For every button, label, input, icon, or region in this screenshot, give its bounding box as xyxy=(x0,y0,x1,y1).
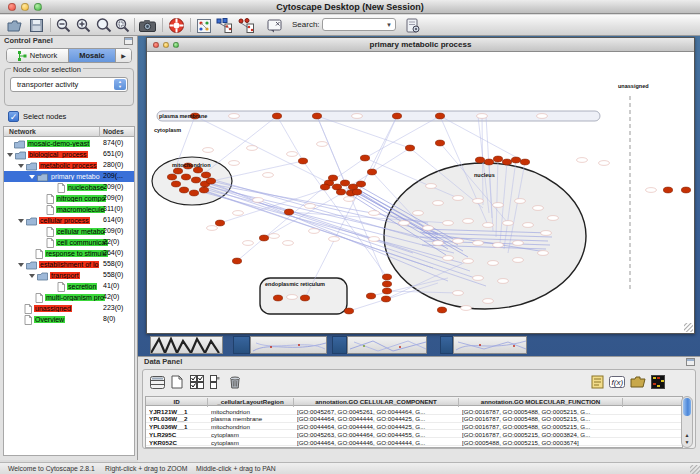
tab-overflow-arrow[interactable]: ▶ xyxy=(116,49,131,62)
graph-node-unselected[interactable] xyxy=(203,148,214,153)
table-scrollbar[interactable]: ▲▼ xyxy=(681,396,693,448)
minimized-window-icon-block[interactable] xyxy=(440,336,453,354)
graph-node-selected[interactable] xyxy=(171,181,180,187)
graph-node-unselected[interactable] xyxy=(541,231,552,236)
minimized-window-thumbnail[interactable] xyxy=(250,336,327,354)
layout-red-icon[interactable] xyxy=(237,17,254,34)
attribute-table[interactable]: ID_cellularLayoutRegionannotation.GO CEL… xyxy=(145,396,683,448)
graph-node-selected[interactable] xyxy=(215,220,224,226)
column-header-id[interactable]: ID xyxy=(146,398,208,407)
graph-node-unselected[interactable] xyxy=(477,114,488,119)
graph-node-unselected[interactable] xyxy=(453,291,464,296)
unselect-all-attributes-icon[interactable] xyxy=(207,374,223,390)
table-row-ypl036w__2[interactable]: YPL036W__2plasma membrane[GO:0044464, GO… xyxy=(146,415,682,423)
tree-row-primary-metabo[interactable]: primary metabo209(... xyxy=(4,171,134,182)
graph-edge[interactable] xyxy=(209,186,413,253)
graph-node-unselected[interactable] xyxy=(243,241,254,246)
table-row-ylr295c[interactable]: YLR295Ccytoplasm[GO:0045263, GO:0044464,… xyxy=(146,430,682,438)
graph-node-unselected[interactable] xyxy=(369,237,380,242)
attribute-table-header[interactable]: ID_cellularLayoutRegionannotation.GO CEL… xyxy=(146,397,682,406)
graph-node-unselected[interactable] xyxy=(253,198,264,203)
table-row-ypl036w__1[interactable]: YPL036W__1mitochondrion[GO:0044464, GO:0… xyxy=(146,423,682,431)
tree-row-nucleobase-[interactable]: nucleobase-209(0) xyxy=(4,182,134,193)
float-panel-icon[interactable] xyxy=(686,358,695,366)
graph-node-unselected[interactable] xyxy=(269,234,280,239)
graph-node-unselected[interactable] xyxy=(443,221,454,226)
help-lifering-icon[interactable] xyxy=(168,17,185,34)
graph-node-selected[interactable] xyxy=(663,187,672,193)
graph-node-unselected[interactable] xyxy=(352,114,363,119)
attribute-notes-icon[interactable] xyxy=(589,374,605,390)
graph-node-selected[interactable] xyxy=(232,258,241,264)
graph-node-unselected[interactable] xyxy=(537,114,548,119)
graph-node-selected[interactable] xyxy=(520,159,529,165)
graph-node-selected[interactable] xyxy=(493,156,502,162)
graph-node-unselected[interactable] xyxy=(548,216,559,221)
minimized-window-icon-block[interactable] xyxy=(233,336,250,354)
graph-edge[interactable] xyxy=(237,183,329,261)
network-window-titlebar[interactable]: primary metabolic process xyxy=(147,38,694,52)
app-resize-grip[interactable] xyxy=(690,465,700,474)
column-header-cellular-component[interactable]: annotation.GO CELLULAR_COMPONENT xyxy=(294,398,459,407)
zoom-fit-icon[interactable] xyxy=(95,17,112,34)
tree-row-metabolic-process[interactable]: metabolic process280(0) xyxy=(4,160,134,171)
search-dropdown-arrow-icon[interactable]: ▼ xyxy=(386,22,392,28)
graph-node-selected[interactable] xyxy=(259,235,268,241)
attribute-select-icon[interactable] xyxy=(149,374,165,390)
tree-row-nitrogen-compo[interactable]: nitrogen compo209(0) xyxy=(4,193,134,204)
graph-node-selected[interactable] xyxy=(435,140,444,146)
new-attribute-icon[interactable] xyxy=(169,374,185,390)
graph-node-unselected[interactable] xyxy=(453,239,464,244)
snapshot-camera-icon[interactable] xyxy=(139,17,156,34)
open-folder-icon[interactable] xyxy=(6,17,23,34)
column-header-molecular-function[interactable]: annotation.GO MOLECULAR_FUNCTION xyxy=(459,398,623,407)
graph-node-selected[interactable] xyxy=(179,187,188,193)
graph-node-selected[interactable] xyxy=(328,175,337,181)
node-color-dropdown[interactable]: transporter activity ▲▼ xyxy=(10,77,128,92)
graph-node-selected[interactable] xyxy=(189,190,198,196)
graph-node-selected[interactable] xyxy=(381,296,390,302)
graph-node-selected[interactable] xyxy=(681,187,690,193)
zoom-out-icon[interactable] xyxy=(55,17,72,34)
graph-node-unselected[interactable] xyxy=(483,299,494,304)
graph-node-unselected[interactable] xyxy=(473,241,484,246)
graph-node-selected[interactable] xyxy=(392,113,401,119)
graph-node-selected[interactable] xyxy=(437,307,446,313)
graph-node-unselected[interactable] xyxy=(513,258,524,263)
graph-node-selected[interactable] xyxy=(344,308,353,314)
graph-node-unselected[interactable] xyxy=(317,142,328,147)
graph-node-selected[interactable] xyxy=(484,159,493,165)
graph-node-selected[interactable] xyxy=(360,155,369,161)
graph-node-selected[interactable] xyxy=(366,293,375,299)
graph-node-unselected[interactable] xyxy=(344,197,355,202)
graph-node-selected[interactable] xyxy=(199,187,208,193)
graph-node-unselected[interactable] xyxy=(207,226,218,231)
graph-node-selected[interactable] xyxy=(367,169,376,175)
layout-blue-icon[interactable] xyxy=(215,17,232,34)
tree-row-transport[interactable]: transport558(0) xyxy=(4,270,134,281)
scrollbar-arrows[interactable]: ▲▼ xyxy=(682,432,692,446)
graph-node-unselected[interactable] xyxy=(309,229,320,234)
tree-row-response-to-stimulu[interactable]: response to stimulu264(0) xyxy=(4,248,134,259)
vizmapper-icon[interactable] xyxy=(195,17,212,34)
disclosure-triangle-icon[interactable] xyxy=(18,164,24,168)
graph-node-unselected[interactable] xyxy=(473,199,484,204)
search-input[interactable] xyxy=(322,18,396,31)
graph-node-selected[interactable] xyxy=(382,281,391,287)
minimized-window-icon-block[interactable] xyxy=(332,336,347,354)
tree-row-cellular-process[interactable]: cellular process614(0) xyxy=(4,215,134,226)
graph-node-unselected[interactable] xyxy=(247,146,258,151)
graph-node-selected[interactable] xyxy=(272,113,281,119)
graph-node-unselected[interactable] xyxy=(599,161,610,166)
function-builder-icon[interactable]: f(x) xyxy=(609,374,625,390)
disclosure-triangle-icon[interactable] xyxy=(7,153,13,157)
graph-node-selected[interactable] xyxy=(475,157,484,163)
graph-node-unselected[interactable] xyxy=(423,226,434,231)
disclosure-triangle-icon[interactable] xyxy=(29,274,35,278)
graph-node-unselected[interactable] xyxy=(493,203,504,208)
graph-node-selected[interactable] xyxy=(191,177,200,183)
graph-node-unselected[interactable] xyxy=(498,279,509,284)
disclosure-triangle-icon[interactable] xyxy=(29,175,35,179)
graph-node-unselected[interactable] xyxy=(503,221,514,226)
graph-node-unselected[interactable] xyxy=(287,152,298,157)
